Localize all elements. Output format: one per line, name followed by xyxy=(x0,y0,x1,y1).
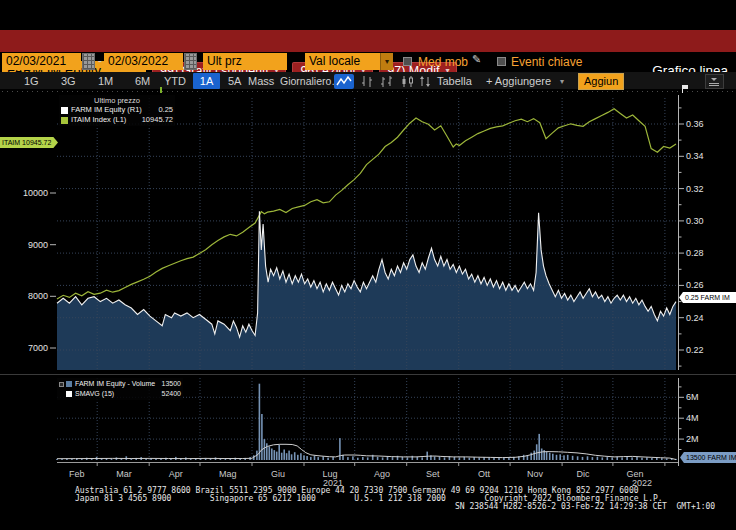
left-axis-tick-label: 7000 xyxy=(28,343,48,353)
period-tab-1g[interactable]: 1G xyxy=(24,75,39,87)
right-axis-tick-label: 0.34 xyxy=(686,151,704,161)
left-axis-tick-label: 8000 xyxy=(28,291,48,301)
candle-chart-type-icon[interactable] xyxy=(400,75,415,88)
bloomberg-terminal-screen: FARM IM Equity 99) Grafici suggeriti ▾ 9… xyxy=(0,0,736,530)
itaim-last-price-tag: ITAIM 10945.72 xyxy=(0,137,58,148)
date-from-field[interactable]: 02/03/2021 xyxy=(2,53,81,70)
farm-area-fill xyxy=(57,211,676,370)
mass-button[interactable]: Mass xyxy=(248,75,274,87)
legend-row-itaim[interactable]: ITAIM Index (L1) 10945.72 xyxy=(61,115,173,125)
flag-icon xyxy=(682,85,688,89)
pan-zoom-strip[interactable] xyxy=(2,91,734,92)
more-options-icon xyxy=(706,75,723,88)
month-axis-label: Feb xyxy=(69,469,85,479)
series-value: 0.25 xyxy=(154,105,173,115)
price-field-input[interactable]: Ult prz xyxy=(203,53,287,70)
eventi-chiave-checkbox[interactable] xyxy=(497,57,506,66)
candle-glyph xyxy=(400,75,415,88)
left-axis-tick-label: 9000 xyxy=(28,240,48,250)
series-value: 13500 xyxy=(158,379,181,389)
left-axis-tick-label: 10000 xyxy=(23,188,48,198)
farm-last-price-tag: 0.25 FARM IM xyxy=(679,292,736,303)
expander-icon[interactable] xyxy=(59,382,64,387)
blue-swatch-icon xyxy=(66,381,72,387)
volume-axis-tick-label: 6M xyxy=(686,392,699,402)
month-axis-label: Set xyxy=(426,469,440,479)
calendar-icon[interactable] xyxy=(184,53,197,70)
volume-axis-tick-label: 4M xyxy=(686,413,699,423)
range-start-marker xyxy=(160,87,162,93)
volume-legend: FARM IM Equity - Volume 13500 SMAVG (15)… xyxy=(57,378,183,400)
period-tab-ytd[interactable]: YTD xyxy=(164,75,186,87)
series-name: ITAIM Index (L1) xyxy=(71,115,126,125)
month-axis-label: Mar xyxy=(116,469,132,479)
line-chart-type-icon[interactable] xyxy=(334,74,354,89)
eventi-chiave-label: Eventi chiave xyxy=(511,55,582,69)
currency-select[interactable]: Val locale xyxy=(305,53,380,70)
med-mob-label: Med mob xyxy=(418,55,468,69)
window-top-strip xyxy=(0,0,736,30)
month-axis-label: Ago xyxy=(374,469,390,479)
month-axis-label: Dic xyxy=(577,469,590,479)
panel-divider xyxy=(0,374,736,375)
period-tab-5a[interactable]: 5A xyxy=(228,75,241,87)
compare-chart-type-icon[interactable] xyxy=(418,75,433,88)
main-price-chart[interactable]: 0.220.240.260.280.300.320.340.3670008000… xyxy=(0,95,736,370)
chevron-down-icon[interactable]: ▾ xyxy=(380,53,393,70)
tabella-button[interactable]: Tabella xyxy=(437,75,472,87)
right-axis-tick-label: 0.22 xyxy=(686,345,704,355)
footer-session-info: SN 238544 H282-8526-2 03-Feb-22 14:29:38… xyxy=(455,503,715,511)
legend-row-farm[interactable]: FARM IM Equity (R1) 0.25 xyxy=(61,105,173,115)
line-chart-glyph xyxy=(334,74,354,89)
series-value: 52400 xyxy=(158,389,181,399)
aggiungere-button[interactable]: + Aggiungere xyxy=(486,75,551,87)
legend-header: Ultimo prezzo xyxy=(61,96,173,105)
date-range-separator: - xyxy=(98,54,102,68)
ohlc-chart-type-icon[interactable] xyxy=(360,75,375,88)
pencil-icon[interactable]: ✎ xyxy=(472,53,481,66)
period-tab-6m[interactable]: 6M xyxy=(135,75,150,87)
header-bar: FARM IM Equity 99) Grafici suggeriti ▾ 9… xyxy=(0,30,736,52)
period-tab-1m[interactable]: 1M xyxy=(98,75,113,87)
toolbar-more-button[interactable] xyxy=(705,74,724,89)
period-tab-1a-selected[interactable]: 1A xyxy=(193,73,220,89)
series-name: FARM IM Equity (R1) xyxy=(71,105,142,115)
month-axis-label: Nov xyxy=(527,469,544,479)
frequency-select[interactable]: Giornaliero… xyxy=(280,75,342,87)
white-swatch-icon xyxy=(61,107,68,114)
right-axis-tick-label: 0.30 xyxy=(686,216,704,226)
month-axis-label: Mag xyxy=(219,469,237,479)
month-axis-label: Apr xyxy=(169,469,183,479)
aggiun-quick-button[interactable]: Aggiun xyxy=(579,74,623,89)
series-name: SMAVG (15) xyxy=(75,389,114,399)
volume-last-tag: 13500 FARM IM xyxy=(680,452,736,463)
right-axis-tick-label: 0.26 xyxy=(686,280,704,290)
bar-glyph xyxy=(380,75,395,88)
green-swatch-icon xyxy=(61,117,68,124)
calendar-icon[interactable] xyxy=(82,53,95,70)
arrows-glyph xyxy=(418,75,433,88)
month-axis-label: Giu xyxy=(271,469,285,479)
bar-chart-type-icon[interactable] xyxy=(380,75,395,88)
period-tab-3g[interactable]: 3G xyxy=(61,75,76,87)
legend-row-volume[interactable]: FARM IM Equity - Volume 13500 xyxy=(59,379,181,389)
chevron-down-icon[interactable]: ▾ xyxy=(560,77,564,86)
right-axis-tick-label: 0.24 xyxy=(686,313,704,323)
ohlc-glyph xyxy=(360,75,375,88)
itaim-line xyxy=(57,109,676,299)
date-to-field[interactable]: 02/03/2022 xyxy=(104,53,183,70)
med-mob-checkbox[interactable] xyxy=(403,57,412,66)
legend-row-smavg[interactable]: SMAVG (15) 52400 xyxy=(59,389,181,399)
white-swatch-icon xyxy=(66,391,72,397)
right-axis-tick-label: 0.36 xyxy=(686,119,704,129)
month-axis-label: Ott xyxy=(478,469,491,479)
series-value: 10945.72 xyxy=(138,115,173,125)
right-axis-tick-label: 0.28 xyxy=(686,248,704,258)
volume-axis-tick-label: 2M xyxy=(686,434,699,444)
series-name: FARM IM Equity - Volume xyxy=(75,379,155,389)
price-legend: Ultimo prezzo FARM IM Equity (R1) 0.25 I… xyxy=(59,95,175,126)
right-axis-tick-label: 0.32 xyxy=(686,184,704,194)
